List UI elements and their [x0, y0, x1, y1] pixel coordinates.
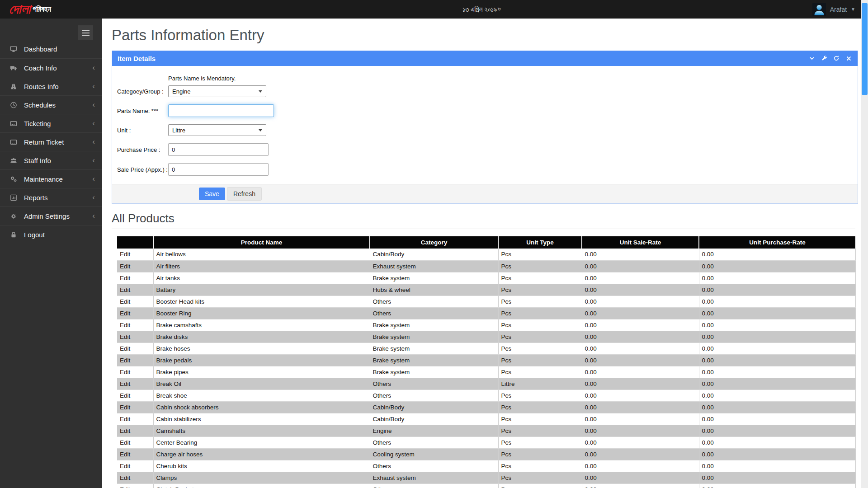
- user-menu[interactable]: Arafat ▼: [812, 0, 855, 19]
- sidebar-item-staff-info[interactable]: Staff Info‹: [0, 151, 102, 169]
- mandatory-hint: Parts Name is Mendatory.: [168, 75, 858, 82]
- sale-price-label: Sale Price (Appx.) :: [117, 166, 168, 173]
- sidebar-item-coach-info[interactable]: Coach Info‹: [0, 58, 102, 77]
- cell-category: Brake system: [370, 343, 498, 354]
- edit-link[interactable]: Edit: [120, 298, 130, 305]
- category-select[interactable]: Engine: [168, 85, 266, 97]
- sidebar-item-logout[interactable]: Logout: [0, 225, 102, 244]
- cell-unit-purchase-rate: 0.00: [699, 307, 855, 319]
- cell-product-name: Break shoe: [153, 389, 370, 401]
- sidebar-item-reports[interactable]: Reports‹: [0, 188, 102, 206]
- edit-link[interactable]: Edit: [120, 310, 130, 317]
- clock-icon: [9, 101, 18, 109]
- gears-icon: [9, 175, 18, 183]
- edit-link[interactable]: Edit: [120, 451, 130, 458]
- edit-link[interactable]: Edit: [120, 474, 130, 481]
- sidebar: DashboardCoach Info‹Routes Info‹Schedule…: [0, 19, 102, 488]
- cell-category: Others: [370, 483, 498, 488]
- edit-link[interactable]: Edit: [120, 404, 130, 411]
- sidebar-item-dashboard[interactable]: Dashboard: [0, 40, 102, 58]
- cell-unit-type: Pcs: [498, 331, 582, 343]
- cell-unit-type: Pcs: [498, 354, 582, 366]
- edit-link[interactable]: Edit: [120, 322, 130, 328]
- edit-link[interactable]: Edit: [120, 369, 130, 375]
- edit-link[interactable]: Edit: [120, 357, 130, 364]
- cell-unit-sale-rate: 0.00: [582, 296, 699, 307]
- cell-category: Brake system: [370, 272, 498, 284]
- table-row: EditBrake hosesBrake systemPcs0.000.00: [117, 343, 855, 354]
- cell-category: Others: [370, 307, 498, 319]
- edit-link[interactable]: Edit: [120, 486, 130, 488]
- table-row: EditCenter BearingOthersPcs0.000.00: [117, 436, 855, 448]
- lock-icon: [9, 230, 18, 239]
- table-row: EditClampsExhaust systemPcs0.000.00: [117, 472, 855, 483]
- cell-product-name: Cabin stabilizers: [153, 413, 370, 425]
- sidebar-item-schedules[interactable]: Schedules‹: [0, 95, 102, 114]
- cell-product-name: Battary: [153, 284, 370, 296]
- logo-secondary-text: পরিবহন: [33, 5, 51, 13]
- cell-product-name: Cabin shock absorbers: [153, 401, 370, 413]
- cell-category: Brake system: [370, 354, 498, 366]
- edit-link[interactable]: Edit: [120, 439, 130, 446]
- table-row: EditCharge air hosesCooling systemPcs0.0…: [117, 448, 855, 460]
- wrench-icon[interactable]: [820, 54, 829, 63]
- purchase-price-label: Purchase Price :: [117, 146, 168, 153]
- column-header: Category: [370, 236, 498, 249]
- cell-unit-purchase-rate: 0.00: [699, 284, 855, 296]
- products-table-body: EditAir bellowsCabin/BodyPcs0.000.00Edit…: [117, 249, 855, 488]
- save-button[interactable]: Save: [199, 188, 225, 200]
- sidebar-toggle-button[interactable]: [78, 25, 93, 40]
- products-table: Product NameCategoryUnit TypeUnit Sale-R…: [117, 236, 856, 488]
- chevron-left-icon: ‹: [92, 101, 95, 108]
- sidebar-item-return-ticket[interactable]: Return Ticket‹: [0, 132, 102, 151]
- refresh-icon[interactable]: [832, 54, 841, 63]
- products-table-header: Product NameCategoryUnit TypeUnit Sale-R…: [117, 236, 855, 249]
- sidebar-item-admin-settings[interactable]: Admin Settings‹: [0, 206, 102, 225]
- sidebar-item-maintenance[interactable]: Maintenance‹: [0, 169, 102, 188]
- edit-link[interactable]: Edit: [120, 380, 130, 387]
- chevron-down-icon: ▼: [851, 7, 855, 12]
- edit-link[interactable]: Edit: [120, 286, 130, 293]
- all-products-heading: All Products: [112, 211, 861, 225]
- table-row: EditBooster Head kitsOthersPcs0.000.00: [117, 296, 855, 307]
- cell-unit-sale-rate: 0.00: [582, 366, 699, 378]
- sale-price-input[interactable]: [168, 163, 269, 176]
- cell-product-name: Clamps: [153, 472, 370, 483]
- chevron-down-icon[interactable]: [807, 54, 816, 63]
- edit-link[interactable]: Edit: [120, 427, 130, 434]
- cell-product-name: Clutch Basket: [153, 483, 370, 488]
- cell-unit-sale-rate: 0.00: [582, 425, 699, 436]
- user-name: Arafat: [830, 6, 847, 13]
- refresh-button[interactable]: Refresh: [227, 187, 262, 201]
- purchase-price-input[interactable]: [168, 143, 269, 156]
- cell-unit-type: Pcs: [498, 413, 582, 425]
- sidebar-item-ticketing[interactable]: Ticketing‹: [0, 114, 102, 132]
- cell-unit-type: Pcs: [498, 472, 582, 483]
- edit-link[interactable]: Edit: [120, 345, 130, 352]
- page-scrollbar[interactable]: [861, 0, 868, 488]
- close-icon[interactable]: [844, 54, 853, 63]
- cell-category: Cabin/Body: [370, 413, 498, 425]
- edit-link[interactable]: Edit: [120, 275, 130, 282]
- cell-category: Others: [370, 460, 498, 472]
- cell-category: Cooling system: [370, 448, 498, 460]
- edit-link[interactable]: Edit: [120, 463, 130, 469]
- chevron-left-icon: ‹: [92, 119, 95, 127]
- parts-name-input[interactable]: [168, 104, 274, 117]
- cell-unit-type: Pcs: [498, 460, 582, 472]
- main-content: Parts Information Entry Item Details P: [102, 19, 861, 488]
- edit-link[interactable]: Edit: [120, 416, 130, 422]
- edit-link[interactable]: Edit: [120, 263, 130, 270]
- cell-unit-purchase-rate: 0.00: [699, 413, 855, 425]
- cell-unit-sale-rate: 0.00: [582, 436, 699, 448]
- sidebar-item-routes-info[interactable]: Routes Info‹: [0, 77, 102, 95]
- app-logo[interactable]: দোলা পরিবহন: [9, 0, 51, 19]
- panel-header: Item Details: [112, 51, 858, 66]
- edit-link[interactable]: Edit: [120, 392, 130, 399]
- cell-unit-type: Pcs: [498, 448, 582, 460]
- cell-unit-type: Pcs: [498, 366, 582, 378]
- edit-link[interactable]: Edit: [120, 333, 130, 340]
- scrollbar-thumb[interactable]: [862, 3, 868, 95]
- unit-select[interactable]: Littre: [168, 124, 266, 136]
- edit-link[interactable]: Edit: [120, 251, 130, 258]
